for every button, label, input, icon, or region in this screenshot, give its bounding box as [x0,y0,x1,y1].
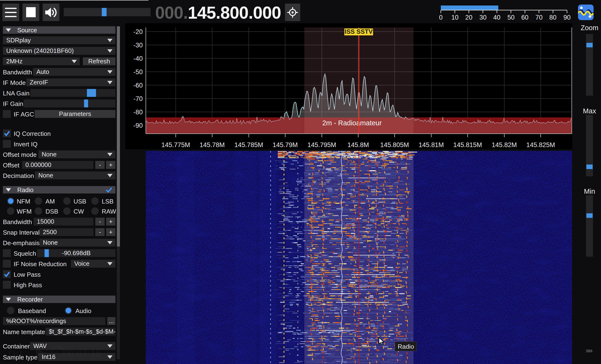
svg-text:145.81M: 145.81M [419,141,444,149]
svg-text:30: 30 [479,14,487,21]
svg-text:145.775M: 145.775M [161,141,190,149]
svg-text:145.79M: 145.79M [272,141,298,149]
svg-text:50: 50 [507,14,515,21]
svg-text:145.795M: 145.795M [307,141,336,149]
svg-text:-60: -60 [133,82,143,89]
svg-text:2m - Radioamateur: 2m - Radioamateur [322,119,382,127]
svg-text:ISS SSTV: ISS SSTV [345,28,373,35]
svg-text:145.805M: 145.805M [380,141,409,149]
svg-text:145.785M: 145.785M [234,141,263,149]
svg-text:90: 90 [563,14,571,21]
svg-text:10: 10 [451,14,459,21]
svg-text:-20: -20 [133,28,143,35]
svg-text:70: 70 [535,14,542,21]
svg-text:145.78M: 145.78M [200,141,225,149]
svg-text:E: E [13,349,18,357]
svg-text:40: 40 [493,14,501,21]
svg-text:80: 80 [549,14,556,21]
svg-text:-90: -90 [133,122,143,129]
svg-text:00:07:15: 00:07:15 [63,348,101,358]
svg-text:-50: -50 [133,68,143,76]
svg-text:-40: -40 [133,55,143,62]
svg-text:145.825M: 145.825M [526,141,555,149]
svg-text:20: 20 [465,14,472,21]
svg-text:145.8M: 145.8M [347,141,369,149]
svg-text:145.815M: 145.815M [453,141,482,149]
svg-text:60: 60 [521,14,529,21]
svg-text:0: 0 [439,14,442,21]
svg-text:145.82M: 145.82M [491,141,517,149]
svg-text:-70: -70 [133,95,143,102]
svg-text:-80: -80 [133,109,143,116]
svg-text:-30: -30 [133,42,143,49]
